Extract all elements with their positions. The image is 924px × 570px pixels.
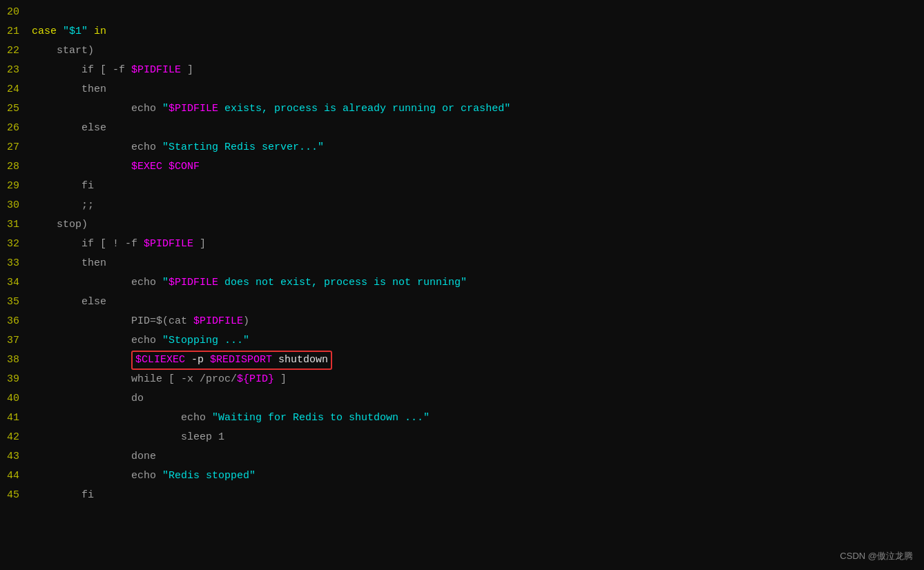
code-line-30: 30 ;;: [0, 196, 924, 215]
line-content-31: stop): [32, 217, 918, 233]
line-num-42: 42: [6, 429, 32, 445]
line-content-26: else: [32, 120, 918, 136]
line-content-38: $CLIEXEC -p $REDISPORT shutdown: [32, 351, 918, 369]
line-num-30: 30: [6, 197, 32, 213]
code-line-25: 25 echo "$PIDFILE exists, process is alr…: [0, 99, 924, 119]
code-line-44: 44 echo "Redis stopped": [0, 466, 924, 486]
line-num-20: 20: [6, 4, 32, 20]
code-line-26: 26 else: [0, 119, 924, 138]
code-line-45: 45 fi: [0, 486, 924, 505]
line-num-44: 44: [6, 468, 32, 484]
line-content-30: ;;: [32, 197, 918, 213]
line-num-40: 40: [6, 391, 32, 406]
code-line-21: 21 case "$1" in: [0, 22, 924, 41]
line-content-36: PID=$(cat $PIDFILE): [32, 313, 918, 329]
line-num-26: 26: [6, 120, 32, 136]
code-line-27: 27 echo "Starting Redis server...": [0, 138, 924, 157]
line-num-41: 41: [6, 410, 32, 426]
line-num-45: 45: [6, 487, 32, 503]
line-content-28: $EXEC $CONF: [32, 159, 918, 175]
code-line-33: 33 then: [0, 254, 924, 273]
line-content-35: else: [32, 294, 918, 310]
code-line-34: 34 echo "$PIDFILE does not exist, proces…: [0, 273, 924, 293]
code-line-37: 37 echo "Stopping ...": [0, 331, 924, 351]
code-line-38: 38 $CLIEXEC -p $REDISPORT shutdown: [0, 351, 924, 370]
line-content-39: while [ -x /proc/${PID} ]: [32, 371, 918, 387]
code-line-24: 24 then: [0, 80, 924, 99]
code-line-40: 40 do: [0, 389, 924, 409]
line-num-37: 37: [6, 333, 32, 348]
line-content-34: echo "$PIDFILE does not exist, process i…: [32, 275, 918, 291]
line-content-32: if [ ! -f $PIDFILE ]: [32, 236, 918, 252]
line-num-35: 35: [6, 294, 32, 310]
line-num-32: 32: [6, 236, 32, 252]
watermark-text: CSDN @傲泣龙腾: [840, 549, 913, 563]
code-line-32: 32 if [ ! -f $PIDFILE ]: [0, 235, 924, 254]
line-content-44: echo "Redis stopped": [32, 468, 918, 484]
code-line-20: 20: [0, 3, 924, 22]
line-content-23: if [ -f $PIDFILE ]: [32, 62, 918, 78]
code-line-22: 22 start): [0, 41, 924, 61]
line-content-33: then: [32, 255, 918, 271]
code-line-43: 43 done: [0, 447, 924, 466]
line-num-25: 25: [6, 101, 32, 117]
code-line-36: 36 PID=$(cat $PIDFILE): [0, 312, 924, 331]
line-num-29: 29: [6, 178, 32, 194]
line-num-43: 43: [6, 449, 32, 464]
line-num-33: 33: [6, 255, 32, 271]
code-line-42: 42 sleep 1: [0, 428, 924, 447]
code-line-35: 35 else: [0, 293, 924, 312]
line-num-31: 31: [6, 217, 32, 233]
line-num-21: 21: [6, 23, 32, 39]
line-content-25: echo "$PIDFILE exists, process is alread…: [32, 101, 918, 117]
line-num-38: 38: [6, 352, 32, 368]
line-num-34: 34: [6, 275, 32, 291]
code-line-41: 41 echo "Waiting for Redis to shutdown .…: [0, 409, 924, 428]
code-line-31: 31 stop): [0, 215, 924, 235]
line-content-45: fi: [32, 487, 918, 503]
line-content-22: start): [32, 43, 918, 59]
code-line-29: 29 fi: [0, 177, 924, 196]
code-line-39: 39 while [ -x /proc/${PID} ]: [0, 370, 924, 389]
line-num-23: 23: [6, 62, 32, 78]
code-line-23: 23 if [ -f $PIDFILE ]: [0, 61, 924, 80]
line-num-22: 22: [6, 43, 32, 59]
line-content-21: case "$1" in: [32, 23, 918, 39]
line-content-29: fi: [32, 178, 918, 194]
line-num-28: 28: [6, 159, 32, 175]
line-content-41: echo "Waiting for Redis to shutdown ...": [32, 410, 918, 426]
line-content-27: echo "Starting Redis server...": [32, 139, 918, 155]
line-num-39: 39: [6, 371, 32, 387]
line-content-42: sleep 1: [32, 429, 918, 445]
code-editor: 20 21 case "$1" in 22 start) 23 if [ -f …: [0, 0, 924, 570]
code-line-28: 28 $EXEC $CONF: [0, 157, 924, 177]
line-num-27: 27: [6, 139, 32, 155]
line-content-43: done: [32, 449, 918, 464]
line-num-36: 36: [6, 313, 32, 329]
line-content-37: echo "Stopping ...": [32, 333, 918, 348]
line-num-24: 24: [6, 81, 32, 97]
line-content-24: then: [32, 81, 918, 97]
line-content-40: do: [32, 391, 918, 406]
